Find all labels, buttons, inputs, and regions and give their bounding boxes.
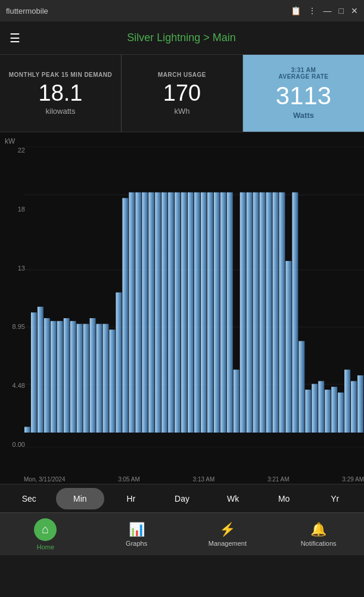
- x-label-4: 3:21 AM: [267, 476, 290, 483]
- nav-notifications[interactable]: 🔔 Notifications: [273, 513, 364, 555]
- y-label-4.48: 4.48: [13, 382, 25, 389]
- nav-notifications-label: Notifications: [301, 540, 337, 547]
- stat-monthly-peak-unit: kilowatts: [46, 107, 76, 116]
- nav-management[interactable]: ⚡ Management: [182, 513, 273, 555]
- y-label-8.95: 8.95: [13, 323, 25, 330]
- stat-march-usage-value: 170: [163, 82, 201, 104]
- minimize-icon[interactable]: —: [323, 6, 332, 15]
- maximize-icon[interactable]: □: [339, 6, 344, 15]
- stat-monthly-peak-value: 18.1: [39, 82, 83, 104]
- management-icon: ⚡: [219, 522, 235, 537]
- tab-hr[interactable]: Hr: [107, 488, 155, 509]
- tab-mo[interactable]: Mo: [260, 488, 309, 509]
- title-bar: fluttermobile 📋 ⋮ — □ ✕: [0, 0, 364, 21]
- x-label-2: 3:05 AM: [118, 476, 140, 483]
- stat-average-rate: 3:31 AMAVERAGE RATE 3113 Watts: [243, 55, 364, 132]
- x-label-3: 3:13 AM: [193, 476, 215, 483]
- stats-row: MONTHLY PEAK 15 MIN DEMAND 18.1 kilowatt…: [0, 55, 364, 132]
- menu-button[interactable]: ☰: [10, 31, 20, 45]
- x-axis: Mon, 3/11/2024 3:05 AM 3:13 AM 3:21 AM 3…: [24, 476, 364, 483]
- chart-area: kW 22 18 13 8.95 4.48 0.00 Mo: [0, 132, 364, 484]
- title-bar-controls: 📋 ⋮ — □ ✕: [291, 6, 358, 15]
- stat-march-usage: MARCH USAGE 170 kWh: [122, 55, 243, 132]
- bottom-nav: ⌂ Home 📊 Graphs ⚡ Management 🔔 Notificat…: [0, 512, 364, 555]
- stat-monthly-peak-label: MONTHLY PEAK 15 MIN DEMAND: [9, 71, 113, 78]
- time-tabs: Sec Min Hr Day Wk Mo Yr: [0, 484, 364, 512]
- nav-home[interactable]: ⌂ Home: [0, 513, 91, 555]
- home-icon-wrapper: ⌂: [33, 518, 57, 541]
- x-label-1: Mon, 3/11/2024: [24, 476, 66, 483]
- y-label-0: 0.00: [13, 441, 25, 448]
- nav-graphs-label: Graphs: [126, 540, 147, 547]
- stat-march-usage-label: MARCH USAGE: [158, 71, 206, 78]
- nav-management-label: Management: [209, 540, 247, 547]
- stat-monthly-peak: MONTHLY PEAK 15 MIN DEMAND 18.1 kilowatt…: [0, 55, 122, 132]
- stat-average-rate-unit: Watts: [293, 111, 314, 120]
- tab-sec[interactable]: Sec: [5, 488, 54, 509]
- page-title: Silver Lightning > Main: [30, 32, 333, 44]
- clip-icon[interactable]: 📋: [291, 6, 301, 15]
- stat-average-rate-value: 3113: [276, 83, 331, 108]
- home-icon: ⌂: [42, 523, 49, 536]
- more-icon[interactable]: ⋮: [308, 6, 316, 15]
- tab-wk[interactable]: Wk: [209, 488, 257, 509]
- chart-kw-label: kW: [5, 137, 15, 145]
- x-label-5: 3:29 AM: [342, 476, 364, 483]
- y-axis: 22 18 13 8.95 4.48 0.00: [5, 147, 25, 448]
- tab-min[interactable]: Min: [56, 488, 105, 509]
- chart-canvas: [24, 147, 364, 433]
- close-icon[interactable]: ✕: [351, 6, 358, 15]
- nav-graphs[interactable]: 📊 Graphs: [91, 513, 182, 555]
- tab-day[interactable]: Day: [158, 488, 207, 509]
- nav-home-label: Home: [37, 543, 54, 551]
- graphs-icon: 📊: [129, 522, 145, 537]
- stat-march-usage-unit: kWh: [175, 107, 190, 116]
- tab-yr[interactable]: Yr: [310, 488, 359, 509]
- app-header: ☰ Silver Lightning > Main: [0, 21, 364, 55]
- notifications-icon: 🔔: [310, 522, 326, 537]
- app-name: fluttermobile: [6, 7, 48, 15]
- home-circle: ⌂: [34, 518, 57, 541]
- stat-average-rate-label: 3:31 AMAVERAGE RATE: [279, 67, 329, 80]
